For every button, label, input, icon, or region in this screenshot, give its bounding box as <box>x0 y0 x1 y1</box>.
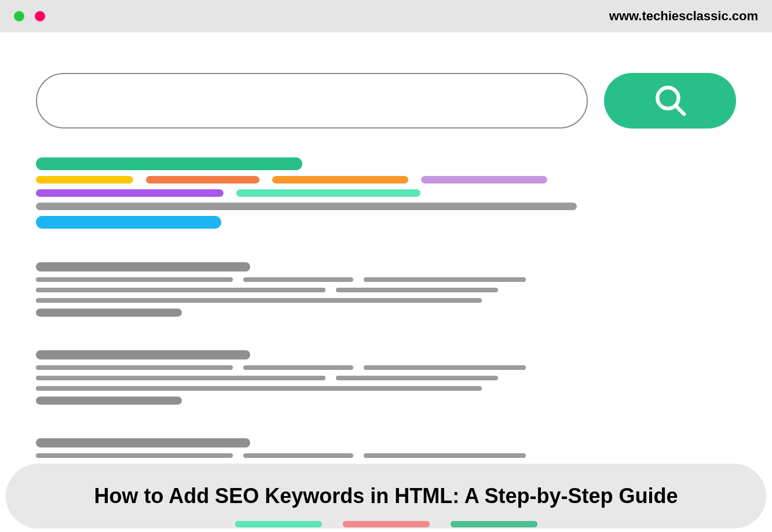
keyword-tags <box>36 157 736 229</box>
decorative-underline-bars <box>235 521 537 527</box>
keyword-tag <box>36 189 224 197</box>
search-row <box>36 73 736 129</box>
decorative-bar <box>343 521 430 527</box>
window-controls <box>14 11 45 21</box>
search-results <box>36 262 736 493</box>
decorative-bar <box>235 521 322 527</box>
result-item <box>36 350 736 405</box>
keyword-tag <box>36 216 221 229</box>
result-title-placeholder <box>36 350 250 359</box>
keyword-tag <box>236 189 420 197</box>
svg-line-1 <box>676 106 684 114</box>
keyword-tag <box>272 176 408 184</box>
result-title-placeholder <box>36 438 250 447</box>
search-icon <box>653 83 687 119</box>
search-input[interactable] <box>36 73 588 129</box>
article-title: How to Add SEO Keywords in HTML: A Step-… <box>94 484 678 508</box>
article-title-banner: How to Add SEO Keywords in HTML: A Step-… <box>6 464 766 529</box>
keyword-tag <box>36 203 577 210</box>
decorative-bar <box>451 521 537 527</box>
title-bar: www.techiesclassic.com <box>0 0 772 32</box>
traffic-light-green-icon[interactable] <box>14 11 24 21</box>
traffic-light-pink-icon[interactable] <box>35 11 45 21</box>
result-title-placeholder <box>36 262 250 271</box>
main-content <box>0 32 772 493</box>
site-url: www.techiesclassic.com <box>609 9 758 24</box>
keyword-tag <box>146 176 259 184</box>
search-button[interactable] <box>604 73 736 129</box>
keyword-tag <box>36 157 302 170</box>
keyword-tag <box>36 176 133 184</box>
result-item <box>36 262 736 317</box>
keyword-tag <box>421 176 547 184</box>
